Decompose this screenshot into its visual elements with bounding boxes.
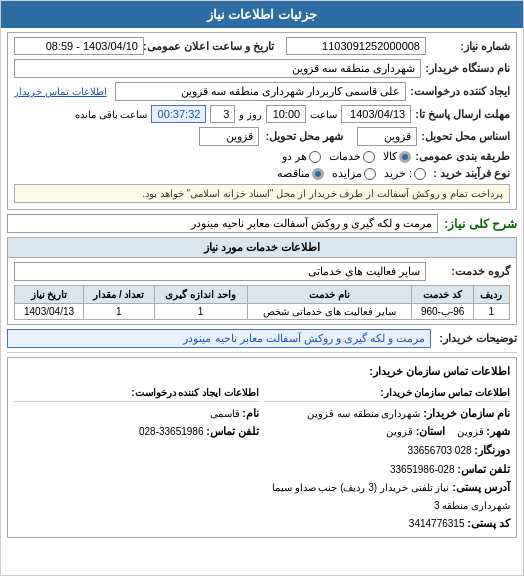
radio-mosabeqe-circle [312, 168, 324, 180]
radio-har-do-label: هر دو [282, 150, 307, 163]
buyer-doringer-value: 028 33656703 [408, 445, 472, 456]
buyer-name-label: نام سازمان خریدار: [423, 407, 510, 419]
shomara-label: شماره نیاز: [430, 40, 510, 53]
contacts-main-title: اطلاعات تماس سازمان خریدار: [14, 362, 510, 381]
noe-label: نوع فرآیند خرید : [430, 167, 510, 180]
dastgah-label: نام دستگاه خریدار: [425, 62, 510, 75]
buyer-telefon-label: تلفن تماس: [457, 463, 510, 475]
asnas-label: اسناس محل تحویل: [421, 130, 510, 143]
radio-kala-circle [399, 151, 411, 163]
buyer-shahr-row: شهر: قزوین استان: قزوین [265, 422, 510, 441]
radio-kala-label: کالا [383, 150, 397, 163]
tarze-label: طریقه بندی عمومی: [415, 150, 510, 163]
table-row: 196-ب-960سایر فعالیت های خدماتی شخص11140… [15, 304, 510, 320]
radio-mozayede-label: مزایده [332, 167, 362, 180]
th-tarikh: تاریخ نیاز [15, 286, 84, 304]
cell-vahed: 1 [154, 304, 247, 320]
ejad-nam-label: نام: [242, 407, 259, 419]
page-header: جزئیات اطلاعات نیاز [1, 1, 523, 28]
cell-name: سایر فعالیت های خدماتی شخص [247, 304, 412, 320]
cell-tarikh: 1403/04/13 [15, 304, 84, 320]
buyer-col-title: اطلاعات تماس سازمان خریدار: [265, 384, 510, 402]
radio-kharid-circle [414, 168, 426, 180]
khadamat-section: اطلاعات خدمات مورد نیاز گروه خدمت: سایر … [7, 237, 517, 325]
towzih-value: مرمت و لکه گیری و روکش آسفالت معابر ناحی… [7, 329, 431, 348]
radio-khadamat[interactable]: خدمات [329, 150, 375, 163]
mohlat-baqi-label: ساعت باقی مانده [75, 109, 148, 120]
gorohe-row: گروه خدمت: سایر فعالیت های خدماتی [14, 262, 510, 281]
radio-mozayede-circle [364, 168, 376, 180]
th-radif: ردیف [473, 286, 509, 304]
buyer-doringer-label: دورنگار: [474, 444, 510, 456]
sharh-kolli-value: مرمت و لکه گیری و روکش آسفالت معابر ناحی… [7, 214, 438, 233]
buyer-shahr-label: شهر: [486, 425, 510, 437]
contacts-row: اطلاعات تماس سازمان خریدار: نام سازمان خ… [14, 384, 510, 533]
row-dastgah: نام دستگاه خریدار: شهرداری منطقه سه قزوی… [14, 59, 510, 78]
th-name: نام خدمت [247, 286, 412, 304]
shomara-value: 1103091252000008 [286, 37, 426, 55]
radio-khadamat-label: خدمات [329, 150, 361, 163]
buyer-telefon-row: تلفن تماس: 028-33651986 [265, 460, 510, 479]
shahr-label: شهر محل تحویل: [263, 130, 343, 143]
buyer-kodposti-label: کد پستی: [467, 517, 510, 529]
mohlat-tarikh: 1403/04/13 [341, 105, 411, 123]
tarze-radio-group: کالا خدمات هر دو [282, 150, 411, 163]
cell-radif: 1 [473, 304, 509, 320]
buyer-name-row: نام سازمان خریدار: شهرداری منطقه سه قزوی… [265, 404, 510, 423]
buyer-doringer-row: دورنگار: 028 33656703 [265, 441, 510, 460]
page-title: جزئیات اطلاعات نیاز [207, 7, 317, 22]
buyer-adres-row: آدرس پستی: نیاز تلفنی خریدار (3 ردیف) جن… [265, 478, 510, 514]
buyer-adres-label: آدرس پستی: [452, 481, 510, 493]
top-info-section: شماره نیاز: 1103091252000008 تاریخ و ساع… [7, 32, 517, 210]
towzih-row: توضیحات خریدار: مرمت و لکه گیری و روکش آ… [7, 329, 517, 348]
radio-kharid-label: : خرید [384, 167, 412, 180]
cell-tedad: 1 [84, 304, 155, 320]
ejad-telefon-row: تلفن تماس: 33651986-028 [14, 422, 259, 441]
contacts-section: اطلاعات تماس سازمان خریدار: اطلاعات تماس… [7, 357, 517, 538]
ejad-nam-value: قاسمی [210, 408, 240, 419]
khadamat-table: ردیف کد خدمت نام خدمت واحد اندازه گیری ت… [14, 285, 510, 320]
radio-mozayede[interactable]: مزایده [332, 167, 376, 180]
buyer-name-value: شهرداری منطقه سه قزوین [307, 408, 420, 419]
gorohe-label: گروه خدمت: [430, 265, 510, 278]
buyer-info-col: اطلاعات تماس سازمان خریدار: نام سازمان خ… [265, 384, 510, 533]
tarikh-value: 1403/04/10 - 08:59 [14, 37, 144, 55]
buyer-ostan-value: قزوین [386, 426, 413, 437]
ejad-telefon-label: تلفن تماس: [206, 425, 259, 437]
radio-kharid[interactable]: : خرید [384, 167, 426, 180]
mohlat-saat-label: ساعت [310, 109, 337, 120]
buyer-kodposti-value: 3414776315 [409, 518, 465, 529]
mohlat-roz: 3 [210, 105, 235, 123]
buyer-kodposti-row: کد پستی: 3414776315 [265, 514, 510, 533]
khadamat-body: گروه خدمت: سایر فعالیت های خدماتی ردیف ک… [8, 258, 516, 324]
row-ejad: ایجاد کننده درخواست: علی قاسمی کاربردار … [14, 82, 510, 101]
ejad-value: علی قاسمی کاربردار شهرداری منطقه سه قزوی… [115, 82, 407, 101]
radio-har-do-circle [309, 151, 321, 163]
buyer-ostan-label: استان: [416, 425, 446, 437]
row-asnas-shahr: اسناس محل تحویل: قزوین شهر محل تحویل: قز… [14, 127, 510, 146]
asnas-value: قزوین [357, 127, 417, 146]
table-header-row: ردیف کد خدمت نام خدمت واحد اندازه گیری ت… [15, 286, 510, 304]
ejad-label: ایجاد کننده درخواست: [410, 85, 510, 98]
row-mohlat: مهلت ارسال پاسخ تا: 1403/04/13 ساعت 10:0… [14, 105, 510, 123]
mohlat-saat: 10:00 [266, 105, 306, 123]
radio-mosabeqe[interactable]: مناقصه [277, 167, 324, 180]
khadamat-tbody: 196-ب-960سایر فعالیت های خدماتی شخص11140… [15, 304, 510, 320]
radio-har-do[interactable]: هر دو [282, 150, 321, 163]
th-tedad: تعداد / مقدار [84, 286, 155, 304]
row-shomara-tarikh: شماره نیاز: 1103091252000008 تاریخ و ساع… [14, 37, 510, 55]
radio-kala[interactable]: کالا [383, 150, 411, 163]
gorohe-value: سایر فعالیت های خدماتی [14, 262, 426, 281]
buyer-telefon-value: 028-33651986 [390, 464, 455, 475]
th-kod: کد خدمت [412, 286, 473, 304]
ejad-col-title: اطلاعات ایجاد کننده درخواست: [14, 384, 259, 402]
row-tarze: طریقه بندی عمومی: کالا خدمات هر دو [14, 150, 510, 163]
separator-1 [7, 352, 517, 353]
noe-radio-group: : خرید مزایده مناقصه [277, 167, 426, 180]
dastgah-value: شهرداری منطقه سه قزوین [14, 59, 421, 78]
sharh-kolli-label: شرح کلی نیاز: [444, 217, 517, 231]
shahr-value: قزوین [199, 127, 259, 146]
etelaat-link[interactable]: اطلاعات تماس خریدار [14, 86, 107, 97]
mohlat-label: مهلت ارسال پاسخ تا: [415, 108, 510, 121]
ejad-nam-row: نام: قاسمی [14, 404, 259, 423]
